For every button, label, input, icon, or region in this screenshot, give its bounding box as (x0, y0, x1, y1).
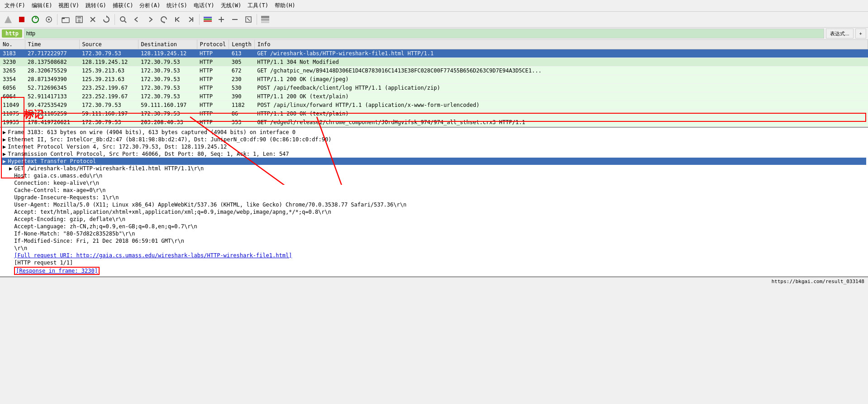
svg-line-15 (124, 21, 126, 23)
detail-text: Frame 3183: 613 bytes on wire (4904 bits… (8, 129, 296, 135)
col-header-no[interactable]: No. (0, 40, 25, 49)
detail-text: [HTTP request 1/1] (14, 260, 73, 266)
expand-icon[interactable]: ▶ (3, 129, 6, 135)
zoom-in-button[interactable] (215, 13, 228, 26)
col-header-info[interactable]: Info (254, 40, 868, 49)
detail-line[interactable]: ▶Ethernet II, Src: IntelCor_8b:d2:47 (b8… (2, 136, 866, 143)
options-button[interactable] (43, 13, 55, 26)
open-button[interactable] (59, 13, 72, 26)
table-row[interactable]: 19935178.419726621172.30.79.53203.208.40… (0, 118, 868, 127)
col-header-time[interactable]: Time (25, 40, 79, 49)
detail-text: Hypertext Transfer Protocol (8, 158, 96, 164)
colorize-button[interactable] (201, 13, 214, 26)
response-frame-link[interactable]: [Response in frame: 3230] (14, 267, 100, 275)
col-header-destination[interactable]: Destination (138, 40, 197, 49)
detail-line[interactable]: ▶Transmission Control Protocol, Src Port… (2, 150, 866, 158)
menu-capture[interactable]: 捕获(C) (110, 1, 136, 10)
detail-line[interactable]: ▶[Response in frame: 3230] (2, 266, 866, 275)
back-button[interactable] (130, 13, 143, 26)
svg-rect-29 (261, 19, 269, 21)
svg-point-14 (120, 17, 125, 21)
detail-line[interactable]: ▶Accept: text/html,application/xhtml+xml… (2, 208, 866, 216)
filter-label: http (2, 29, 22, 38)
detail-text: Host: gaia.cs.umass.edu\r\n (14, 173, 102, 179)
menu-wireless[interactable]: 无线(W) (218, 1, 244, 10)
expand-icon[interactable]: ▶ (3, 158, 6, 164)
table-row[interactable]: 335428.871349390125.39.213.63172.30.79.5… (0, 75, 868, 84)
detail-line[interactable]: ▶Accept-Language: zh-CN,zh;q=0.9,en-GB;q… (2, 223, 866, 230)
close-button[interactable] (86, 13, 99, 26)
detail-line[interactable]: ▶[Full request URI: http://gaia.cs.umass… (2, 252, 866, 259)
packet-tbody: 318327.717222977172.30.79.53128.119.245.… (0, 49, 868, 127)
jump-button[interactable] (157, 13, 170, 26)
menu-stats[interactable]: 统计(S) (164, 1, 190, 10)
expression-button[interactable]: 表达式... (826, 29, 853, 38)
menu-goto[interactable]: 跳转(G) (83, 1, 109, 10)
detail-text: Upgrade-Insecure-Requests: 1\r\n (14, 194, 119, 201)
detail-line[interactable]: ▶Frame 3183: 613 bytes on wire (4904 bit… (2, 129, 866, 136)
table-row[interactable]: 318327.717222977172.30.79.53128.119.245.… (0, 49, 868, 58)
detail-line[interactable]: ▶Accept-Encoding: gzip, deflate\r\n (2, 216, 866, 223)
menu-file[interactable]: 文件(F) (2, 1, 28, 10)
menu-analyze[interactable]: 分析(A) (137, 1, 163, 10)
col-header-protocol[interactable]: Protocol (197, 40, 229, 49)
zoom-reset-button[interactable] (242, 13, 255, 26)
svg-rect-25 (232, 19, 238, 20)
table-header: No. Time Source Destination Protocol Len… (0, 40, 868, 49)
col-header-source[interactable]: Source (79, 40, 138, 49)
pane-layout-button[interactable] (259, 13, 272, 26)
detail-line[interactable]: ▶Hypertext Transfer Protocol (2, 158, 866, 165)
detail-text: Internet Protocol Version 4, Src: 172.30… (8, 144, 227, 150)
menu-view[interactable]: 视图(V) (56, 1, 82, 10)
prev-packet-button[interactable] (171, 13, 184, 26)
detail-text: Ethernet II, Src: IntelCor_8b:d2:47 (b8:… (8, 136, 331, 143)
detail-text: Accept: text/html,application/xhtml+xml,… (14, 209, 331, 215)
detail-line[interactable]: ▶[HTTP request 1/1] (2, 259, 866, 266)
shark-icon (2, 13, 14, 26)
reload-button[interactable] (100, 13, 113, 26)
detail-line[interactable]: ▶Internet Protocol Version 4, Src: 172.3… (2, 143, 866, 150)
table-row[interactable]: 606452.911417133223.252.199.67172.30.79.… (0, 92, 868, 101)
expand-icon[interactable]: ▶ (3, 136, 6, 143)
detail-line[interactable]: ▶Upgrade-Insecure-Requests: 1\r\n (2, 194, 866, 201)
zoom-out-button[interactable] (229, 13, 241, 26)
detail-line[interactable]: ▶Host: gaia.cs.umass.edu\r\n (2, 172, 866, 179)
svg-rect-10 (78, 19, 81, 22)
separator3 (199, 14, 200, 25)
next-packet-button[interactable] (185, 13, 197, 26)
detail-line[interactable]: ▶User-Agent: Mozilla/5.0 (X11; Linux x86… (2, 201, 866, 208)
table-row[interactable]: 1107599.62110525959.111.160.197172.30.79… (0, 110, 868, 118)
expand-icon[interactable]: ▶ (3, 144, 6, 150)
svg-rect-20 (204, 17, 212, 18)
main-content: No. Time Source Destination Protocol Len… (0, 40, 868, 277)
packet-list-container: No. Time Source Destination Protocol Len… (0, 40, 868, 128)
menu-edit[interactable]: 编辑(E) (29, 1, 55, 10)
expand-icon[interactable]: ▶ (3, 151, 6, 157)
menu-tools[interactable]: 工具(T) (245, 1, 271, 10)
detail-line[interactable]: ▶Connection: keep-alive\r\n (2, 179, 866, 187)
add-filter-button[interactable]: + (855, 29, 866, 38)
search-button[interactable] (117, 13, 129, 26)
svg-line-27 (247, 18, 250, 21)
filter-input[interactable] (24, 29, 824, 38)
svg-rect-22 (204, 20, 212, 22)
detail-line[interactable]: ▶\r\n (2, 245, 866, 252)
save-button[interactable] (73, 13, 86, 26)
toolbar (0, 12, 868, 28)
detail-line[interactable]: ▶GET /wireshark-labs/HTTP-wireshark-file… (2, 165, 866, 172)
table-row[interactable]: 326528.320675529125.39.213.63172.30.79.5… (0, 67, 868, 75)
restart-capture-button[interactable] (29, 13, 42, 26)
detail-line[interactable]: ▶If-None-Match: "80-57d82c835285b"\r\n (2, 230, 866, 237)
stop-capture-button[interactable] (15, 13, 28, 26)
table-row[interactable]: 1104999.472535429172.30.79.5359.111.160.… (0, 101, 868, 110)
detail-link[interactable]: [Full request URI: http://gaia.cs.umass.… (14, 252, 292, 259)
detail-line[interactable]: ▶If-Modified-Since: Fri, 21 Dec 2018 06:… (2, 237, 866, 245)
forward-button[interactable] (144, 13, 157, 26)
col-header-length[interactable]: Length (229, 40, 254, 49)
expand-icon[interactable]: ▶ (9, 165, 12, 172)
table-row[interactable]: 323028.137508682128.119.245.12172.30.79.… (0, 58, 868, 67)
detail-line[interactable]: ▶Cache-Control: max-age=0\r\n (2, 187, 866, 194)
table-row[interactable]: 605652.712696345223.252.199.67172.30.79.… (0, 84, 868, 92)
menu-phone[interactable]: 电话(Y) (191, 1, 217, 10)
menu-help[interactable]: 帮助(H) (272, 1, 298, 10)
